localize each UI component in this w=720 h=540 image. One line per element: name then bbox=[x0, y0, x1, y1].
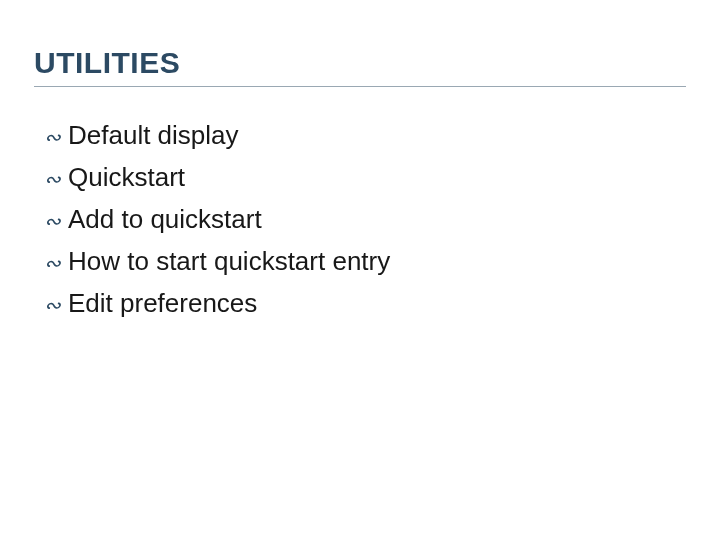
list-item: ∾ Edit preferences bbox=[44, 286, 660, 320]
list-item: ∾ Add to quickstart bbox=[44, 202, 660, 236]
list-item-text: How to start quickstart entry bbox=[68, 244, 660, 278]
list-item: ∾ How to start quickstart entry bbox=[44, 244, 660, 278]
list-item-text: Quickstart bbox=[68, 160, 660, 194]
bullet-icon: ∾ bbox=[44, 122, 68, 152]
bullet-icon: ∾ bbox=[44, 290, 68, 320]
list-item: ∾ Default display bbox=[44, 118, 660, 152]
list-item-text: Add to quickstart bbox=[68, 202, 660, 236]
bullet-icon: ∾ bbox=[44, 164, 68, 194]
slide-title: UTILITIES bbox=[34, 46, 686, 84]
list-item-text: Edit preferences bbox=[68, 286, 660, 320]
title-area: UTILITIES bbox=[34, 46, 686, 87]
list-item: ∾ Quickstart bbox=[44, 160, 660, 194]
body-area: ∾ Default display ∾ Quickstart ∾ Add to … bbox=[44, 118, 660, 328]
bullet-icon: ∾ bbox=[44, 206, 68, 236]
slide: UTILITIES ∾ Default display ∾ Quickstart… bbox=[0, 0, 720, 540]
title-underline bbox=[34, 86, 686, 87]
bullet-icon: ∾ bbox=[44, 248, 68, 278]
list-item-text: Default display bbox=[68, 118, 660, 152]
